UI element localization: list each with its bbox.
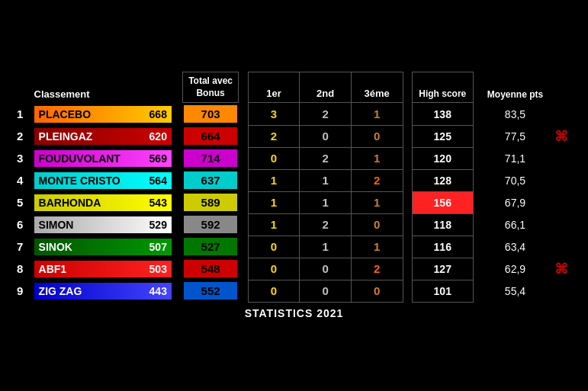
rank-number: 8 <box>14 258 33 280</box>
total-bonus-cell: 637 <box>182 169 239 191</box>
spacer-col <box>473 103 482 126</box>
total-bonus-cell: 552 <box>182 280 239 302</box>
second-place-count: 0 <box>300 280 352 302</box>
third-place-count: 2 <box>351 258 403 280</box>
spacer-col <box>239 213 248 236</box>
main-container: Classement Total avec Bonus 1er 2nd 3éme… <box>6 64 582 327</box>
player-name: ABF1 <box>39 263 67 275</box>
spacer-col <box>239 125 248 147</box>
bonus-value: 592 <box>184 216 237 233</box>
spacer-col <box>239 258 248 280</box>
high-score-value: 156 <box>412 191 473 213</box>
first-place-count: 1 <box>248 169 300 191</box>
moyenne-value: 55,4 <box>482 280 548 302</box>
spacer-col <box>473 147 482 169</box>
total-bonus-cell: 592 <box>182 213 239 236</box>
third-place-count: 0 <box>351 280 403 302</box>
moyenne-value: 83,5 <box>482 103 548 126</box>
player-name: PLACEBO <box>39 108 91 120</box>
symbol-cell <box>548 191 575 213</box>
symbol-cell: ⌘ <box>548 258 575 280</box>
second-place-count: 0 <box>300 125 352 147</box>
player-name: FOUDUVOLANT <box>39 152 120 165</box>
symbol-cell <box>548 280 575 302</box>
rank-number: 7 <box>14 236 33 258</box>
table-row: 2PLEINGAZ62066420012577,5⌘ <box>14 125 574 147</box>
spacer-col <box>173 169 182 191</box>
rank-number: 9 <box>14 280 33 302</box>
player-name-cell: ZIG ZAG443 <box>33 280 173 302</box>
third-place-count: 2 <box>351 169 403 191</box>
header-total-bonus: Total avec Bonus <box>182 72 239 103</box>
bonus-value: 703 <box>184 105 237 123</box>
second-place-count: 1 <box>300 236 352 258</box>
header-moyenne: Moyenne pts <box>482 72 548 103</box>
bonus-value: 552 <box>184 282 237 300</box>
player-score: 543 <box>149 197 167 209</box>
spacer-col <box>173 258 182 280</box>
rank-number: 2 <box>14 125 33 147</box>
spacer-col <box>239 169 248 191</box>
high-score-value: 101 <box>412 280 473 302</box>
moyenne-value: 63,4 <box>482 236 548 258</box>
spacer-col <box>403 147 412 169</box>
spacer-col <box>239 280 248 302</box>
spacer-col <box>173 236 182 258</box>
spacer-col <box>473 125 482 147</box>
player-name-cell: BARHONDA543 <box>33 191 173 213</box>
spacer-col <box>403 125 412 147</box>
player-name-cell: MONTE CRISTO564 <box>33 169 173 191</box>
spacer-col <box>473 213 482 236</box>
symbol-cell <box>548 236 575 258</box>
spacer-col <box>173 213 182 236</box>
player-name: PLEINGAZ <box>39 130 93 143</box>
high-score-value: 120 <box>412 147 473 169</box>
spacer-col <box>403 280 412 302</box>
moyenne-value: 70,5 <box>482 169 548 191</box>
header-high-score: High score <box>412 72 473 103</box>
spacer-col <box>239 191 248 213</box>
spacer-col <box>403 169 412 191</box>
table-row: 9ZIG ZAG44355200010155,4 <box>14 280 574 302</box>
player-score: 503 <box>149 263 167 275</box>
total-bonus-cell: 548 <box>182 258 239 280</box>
second-place-count: 2 <box>300 103 352 126</box>
high-score-value: 116 <box>412 236 473 258</box>
player-score: 564 <box>149 175 167 187</box>
first-place-count: 0 <box>248 236 300 258</box>
spacer-col <box>403 236 412 258</box>
bonus-value: 714 <box>184 149 237 167</box>
player-score: 507 <box>149 241 167 253</box>
spacer-col <box>239 236 248 258</box>
third-place-count: 1 <box>351 103 403 126</box>
first-place-count: 1 <box>248 191 300 213</box>
high-score-value: 138 <box>412 103 473 126</box>
spacer-col <box>403 191 412 213</box>
table-row: 7SINOK50752701111663,4 <box>14 236 574 258</box>
player-score: 443 <box>149 285 167 297</box>
player-name: SINOK <box>39 241 72 253</box>
spacer1 <box>173 72 182 103</box>
scoreboard-table: Classement Total avec Bonus 1er 2nd 3éme… <box>14 72 574 303</box>
bonus-value: 589 <box>184 194 237 211</box>
spacer-col <box>473 280 482 302</box>
table-row: 3FOUDUVOLANT56971402112071,1 <box>14 147 574 169</box>
moyenne-value: 67,9 <box>482 191 548 213</box>
first-place-count: 1 <box>248 213 300 236</box>
player-name-cell: SINOK507 <box>33 236 173 258</box>
rank-number: 6 <box>14 213 33 236</box>
player-name-bar: BARHONDA543 <box>34 194 172 211</box>
table-row: 1PLACEBO66870332113883,5 <box>14 103 574 126</box>
total-bonus-cell: 703 <box>182 103 239 126</box>
player-name-bar: SINOK507 <box>34 239 172 255</box>
header-rank <box>14 72 33 103</box>
player-name-bar: ABF1503 <box>34 261 172 277</box>
player-name: ZIG ZAG <box>39 285 82 297</box>
spacer-col <box>239 103 248 126</box>
second-place-count: 0 <box>300 258 352 280</box>
player-name: BARHONDA <box>39 197 101 209</box>
spacer-col <box>173 280 182 302</box>
high-score-value: 118 <box>412 213 473 236</box>
second-place-count: 2 <box>300 147 352 169</box>
symbol-cell <box>548 213 575 236</box>
